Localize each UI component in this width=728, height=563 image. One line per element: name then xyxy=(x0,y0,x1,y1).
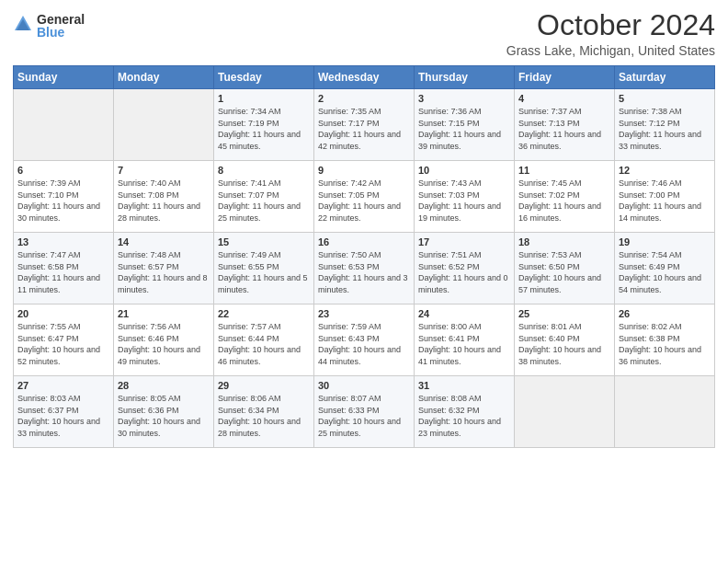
day-number: 15 xyxy=(218,236,310,247)
calendar-cell: 2Sunrise: 7:35 AM Sunset: 7:17 PM Daylig… xyxy=(314,89,415,161)
weekday-header: Tuesday xyxy=(214,66,314,89)
day-info: Sunrise: 7:35 AM Sunset: 7:17 PM Dayligh… xyxy=(318,106,410,152)
calendar-cell: 15Sunrise: 7:49 AM Sunset: 6:55 PM Dayli… xyxy=(214,233,314,304)
calendar-cell: 6Sunrise: 7:39 AM Sunset: 7:10 PM Daylig… xyxy=(14,161,114,233)
day-number: 3 xyxy=(418,93,510,104)
calendar-cell: 18Sunrise: 7:53 AM Sunset: 6:50 PM Dayli… xyxy=(515,233,615,304)
day-number: 24 xyxy=(418,308,510,319)
weekday-header: Wednesday xyxy=(314,66,415,89)
calendar-cell xyxy=(515,376,615,448)
logo-general: General xyxy=(37,13,85,26)
day-number: 29 xyxy=(218,380,310,391)
day-number: 31 xyxy=(418,380,510,391)
calendar-cell: 7Sunrise: 7:40 AM Sunset: 7:08 PM Daylig… xyxy=(114,161,214,233)
calendar-cell: 23Sunrise: 7:59 AM Sunset: 6:43 PM Dayli… xyxy=(314,304,415,376)
day-number: 21 xyxy=(118,308,210,319)
calendar-table: SundayMondayTuesdayWednesdayThursdayFrid… xyxy=(13,65,715,448)
calendar-cell: 25Sunrise: 8:01 AM Sunset: 6:40 PM Dayli… xyxy=(515,304,615,376)
calendar-cell: 20Sunrise: 7:55 AM Sunset: 6:47 PM Dayli… xyxy=(14,304,114,376)
day-number: 25 xyxy=(518,308,610,319)
day-number: 22 xyxy=(218,308,310,319)
day-info: Sunrise: 8:01 AM Sunset: 6:40 PM Dayligh… xyxy=(518,321,610,367)
calendar-cell: 4Sunrise: 7:37 AM Sunset: 7:13 PM Daylig… xyxy=(515,89,615,161)
calendar-cell: 22Sunrise: 7:57 AM Sunset: 6:44 PM Dayli… xyxy=(214,304,314,376)
day-info: Sunrise: 7:42 AM Sunset: 7:05 PM Dayligh… xyxy=(318,178,410,224)
day-number: 1 xyxy=(218,93,310,104)
day-number: 19 xyxy=(619,236,711,247)
calendar-cell xyxy=(14,89,114,161)
day-info: Sunrise: 7:55 AM Sunset: 6:47 PM Dayligh… xyxy=(17,321,109,367)
day-info: Sunrise: 7:47 AM Sunset: 6:58 PM Dayligh… xyxy=(17,249,109,295)
day-number: 23 xyxy=(318,308,410,319)
day-number: 28 xyxy=(118,380,210,391)
calendar-cell: 30Sunrise: 8:07 AM Sunset: 6:33 PM Dayli… xyxy=(314,376,415,448)
calendar-cell xyxy=(114,89,214,161)
day-info: Sunrise: 7:46 AM Sunset: 7:00 PM Dayligh… xyxy=(619,178,711,224)
day-number: 7 xyxy=(118,165,210,176)
day-info: Sunrise: 8:07 AM Sunset: 6:33 PM Dayligh… xyxy=(318,393,410,439)
main-title: October 2024 xyxy=(506,9,715,41)
calendar-cell: 17Sunrise: 7:51 AM Sunset: 6:52 PM Dayli… xyxy=(415,233,515,304)
day-number: 17 xyxy=(418,236,510,247)
title-section: October 2024 Grass Lake, Michigan, Unite… xyxy=(506,9,715,58)
day-info: Sunrise: 7:51 AM Sunset: 6:52 PM Dayligh… xyxy=(418,249,510,295)
calendar-cell: 1Sunrise: 7:34 AM Sunset: 7:19 PM Daylig… xyxy=(214,89,314,161)
day-info: Sunrise: 7:36 AM Sunset: 7:15 PM Dayligh… xyxy=(418,106,510,152)
logo-icon xyxy=(13,14,33,38)
day-info: Sunrise: 7:43 AM Sunset: 7:03 PM Dayligh… xyxy=(418,178,510,224)
day-number: 10 xyxy=(418,165,510,176)
day-info: Sunrise: 7:59 AM Sunset: 6:43 PM Dayligh… xyxy=(318,321,410,367)
day-info: Sunrise: 7:41 AM Sunset: 7:07 PM Dayligh… xyxy=(218,178,310,224)
weekday-header: Thursday xyxy=(415,66,515,89)
weekday-header: Sunday xyxy=(14,66,114,89)
day-number: 12 xyxy=(619,165,711,176)
day-info: Sunrise: 7:34 AM Sunset: 7:19 PM Dayligh… xyxy=(218,106,310,152)
calendar-cell: 29Sunrise: 8:06 AM Sunset: 6:34 PM Dayli… xyxy=(214,376,314,448)
day-info: Sunrise: 7:57 AM Sunset: 6:44 PM Dayligh… xyxy=(218,321,310,367)
day-number: 6 xyxy=(17,165,109,176)
day-info: Sunrise: 7:48 AM Sunset: 6:57 PM Dayligh… xyxy=(118,249,210,295)
calendar-cell xyxy=(615,376,715,448)
day-info: Sunrise: 7:56 AM Sunset: 6:46 PM Dayligh… xyxy=(118,321,210,367)
day-info: Sunrise: 7:50 AM Sunset: 6:53 PM Dayligh… xyxy=(318,249,410,295)
calendar-cell: 28Sunrise: 8:05 AM Sunset: 6:36 PM Dayli… xyxy=(114,376,214,448)
calendar-cell: 10Sunrise: 7:43 AM Sunset: 7:03 PM Dayli… xyxy=(415,161,515,233)
calendar-cell: 5Sunrise: 7:38 AM Sunset: 7:12 PM Daylig… xyxy=(615,89,715,161)
calendar-cell: 19Sunrise: 7:54 AM Sunset: 6:49 PM Dayli… xyxy=(615,233,715,304)
day-info: Sunrise: 7:53 AM Sunset: 6:50 PM Dayligh… xyxy=(518,249,610,295)
calendar-cell: 13Sunrise: 7:47 AM Sunset: 6:58 PM Dayli… xyxy=(14,233,114,304)
weekday-header: Monday xyxy=(114,66,214,89)
day-info: Sunrise: 8:03 AM Sunset: 6:37 PM Dayligh… xyxy=(17,393,109,439)
day-info: Sunrise: 7:54 AM Sunset: 6:49 PM Dayligh… xyxy=(619,249,711,295)
day-info: Sunrise: 8:00 AM Sunset: 6:41 PM Dayligh… xyxy=(418,321,510,367)
day-number: 4 xyxy=(518,93,610,104)
day-number: 26 xyxy=(619,308,711,319)
day-number: 5 xyxy=(619,93,711,104)
weekday-header: Friday xyxy=(515,66,615,89)
day-info: Sunrise: 7:38 AM Sunset: 7:12 PM Dayligh… xyxy=(619,106,711,152)
day-number: 13 xyxy=(17,236,109,247)
calendar-cell: 9Sunrise: 7:42 AM Sunset: 7:05 PM Daylig… xyxy=(314,161,415,233)
day-info: Sunrise: 7:49 AM Sunset: 6:55 PM Dayligh… xyxy=(218,249,310,295)
day-number: 14 xyxy=(118,236,210,247)
calendar-cell: 26Sunrise: 8:02 AM Sunset: 6:38 PM Dayli… xyxy=(615,304,715,376)
calendar-cell: 12Sunrise: 7:46 AM Sunset: 7:00 PM Dayli… xyxy=(615,161,715,233)
weekday-header: Saturday xyxy=(615,66,715,89)
day-number: 2 xyxy=(318,93,410,104)
calendar-header: SundayMondayTuesdayWednesdayThursdayFrid… xyxy=(14,66,715,89)
calendar-cell: 27Sunrise: 8:03 AM Sunset: 6:37 PM Dayli… xyxy=(14,376,114,448)
day-info: Sunrise: 8:05 AM Sunset: 6:36 PM Dayligh… xyxy=(118,393,210,439)
day-info: Sunrise: 8:02 AM Sunset: 6:38 PM Dayligh… xyxy=(619,321,711,367)
day-number: 27 xyxy=(17,380,109,391)
day-info: Sunrise: 8:08 AM Sunset: 6:32 PM Dayligh… xyxy=(418,393,510,439)
day-info: Sunrise: 7:40 AM Sunset: 7:08 PM Dayligh… xyxy=(118,178,210,224)
logo: General Blue xyxy=(13,13,85,39)
day-number: 9 xyxy=(318,165,410,176)
day-number: 30 xyxy=(318,380,410,391)
subtitle: Grass Lake, Michigan, United States xyxy=(506,43,715,58)
day-info: Sunrise: 7:45 AM Sunset: 7:02 PM Dayligh… xyxy=(518,178,610,224)
day-number: 11 xyxy=(518,165,610,176)
calendar-cell: 3Sunrise: 7:36 AM Sunset: 7:15 PM Daylig… xyxy=(415,89,515,161)
day-info: Sunrise: 7:37 AM Sunset: 7:13 PM Dayligh… xyxy=(518,106,610,152)
calendar-cell: 11Sunrise: 7:45 AM Sunset: 7:02 PM Dayli… xyxy=(515,161,615,233)
